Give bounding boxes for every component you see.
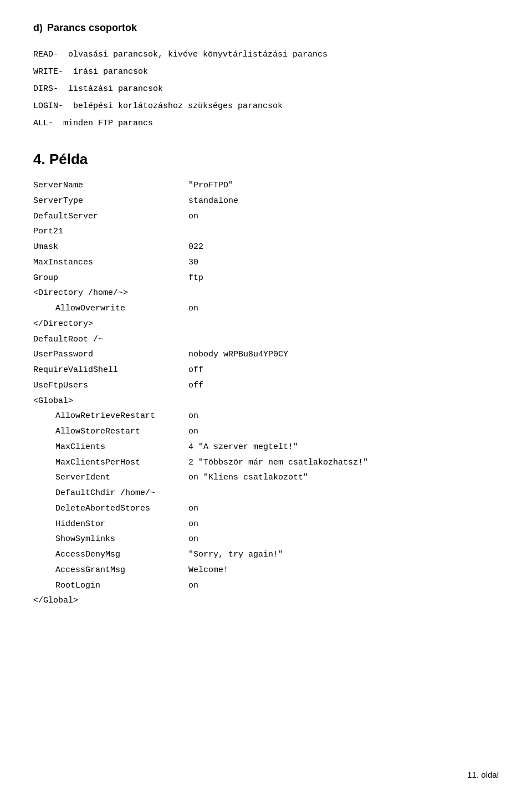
- cmd-all-desc: minden FTP parancs: [63, 119, 153, 128]
- cmd-write-desc: írási parancsok: [73, 67, 148, 76]
- config-line-directory-close: </Directory>: [33, 317, 499, 332]
- config-key-showsymlinks: ShowSymlinks: [33, 532, 188, 547]
- config-line-defaultserver: DefaultServer on: [33, 209, 499, 224]
- config-key-deleteabortedstores: DeleteAbortedStores: [33, 501, 188, 517]
- config-line-allowretrieverestart: AllowRetrieveRestart on: [33, 409, 499, 424]
- cmd-all-keyword: ALL-: [33, 119, 53, 128]
- config-line-serverident: ServerIdent on "Kliens csatlakozott": [33, 470, 499, 486]
- cmd-dirs-keyword: DIRS-: [33, 84, 58, 94]
- config-key-allowstorerestart: AllowStoreRestart: [33, 424, 188, 440]
- config-line-maxclients: MaxClients 4 "A szerver megtelt!": [33, 440, 499, 455]
- config-key-global-close: </Global>: [33, 593, 188, 609]
- config-line-allowoverwrite: AllowOverwrite on: [33, 301, 499, 317]
- config-line-allowstorerestart: AllowStoreRestart on: [33, 424, 499, 440]
- config-line-accessdenymsg: AccessDenyMsg "Sorry, try again!": [33, 547, 499, 563]
- config-line-global-open: <Global>: [33, 394, 499, 409]
- config-value-useftpusers: off: [188, 378, 203, 394]
- config-key-requirevalidshell: RequireValidShell: [33, 363, 188, 378]
- config-line-accessgrantmsg: AccessGrantMsg Welcome!: [33, 563, 499, 578]
- config-key-directory-close: </Directory>: [33, 317, 188, 332]
- cmd-dirs-desc: listázási parancsok: [68, 84, 163, 94]
- config-value-rootlogin: on: [188, 578, 198, 594]
- config-value-maxinstances: 30: [188, 255, 198, 271]
- config-line-rootlogin: RootLogin on: [33, 578, 499, 594]
- config-key-accessgrantmsg: AccessGrantMsg: [33, 563, 188, 578]
- config-value-requirevalidshell: off: [188, 363, 203, 378]
- config-key-defaultserver: DefaultServer: [33, 209, 188, 224]
- page-number: 11. oldal: [467, 770, 499, 779]
- config-line-maxinstances: MaxInstances 30: [33, 255, 499, 271]
- config-value-serverident: on "Kliens csatlakozott": [188, 470, 308, 486]
- command-write: WRITE- írási parancsok: [33, 64, 499, 79]
- cmd-login-desc: belépési korlátozáshoz szükséges parancs…: [73, 101, 283, 111]
- config-line-group: Group ftp: [33, 271, 499, 286]
- command-login: LOGIN- belépési korlátozáshoz szükséges …: [33, 99, 499, 114]
- cmd-login-keyword: LOGIN-: [33, 101, 63, 111]
- config-key-servername: ServerName: [33, 178, 188, 193]
- config-key-allowretrieverestart: AllowRetrieveRestart: [33, 409, 188, 424]
- config-line-directory-open: <Directory /home/~>: [33, 285, 499, 301]
- command-read: READ- olvasási parancsok, kivéve könyvtá…: [33, 47, 499, 62]
- config-line-global-close: </Global>: [33, 593, 499, 609]
- config-key-useftpusers: UseFtpUsers: [33, 378, 188, 394]
- config-line-deleteabortedstores: DeleteAbortedStores on: [33, 501, 499, 517]
- section-d-header: d) Parancs csoportok: [33, 22, 499, 34]
- cmd-read-keyword: READ-: [33, 50, 58, 59]
- config-key-serverident: ServerIdent: [33, 470, 188, 486]
- config-line-requirevalidshell: RequireValidShell off: [33, 363, 499, 378]
- config-value-allowretrieverestart: on: [188, 409, 198, 424]
- config-key-rootlogin: RootLogin: [33, 578, 188, 594]
- config-value-accessgrantmsg: Welcome!: [188, 563, 228, 578]
- config-key-global-open: <Global>: [33, 394, 188, 409]
- example-section-title: Példa: [49, 151, 88, 167]
- config-line-hiddenstor: HiddenStor on: [33, 517, 499, 532]
- config-line-showsymlinks: ShowSymlinks on: [33, 532, 499, 547]
- config-key-servertype: ServerType: [33, 193, 188, 209]
- config-value-showsymlinks: on: [188, 532, 198, 547]
- section-d-title: Parancs csoportok: [47, 22, 137, 34]
- command-all: ALL- minden FTP parancs: [33, 116, 499, 131]
- command-dirs: DIRS- listázási parancsok: [33, 81, 499, 96]
- config-value-maxclients: 4 "A szerver megtelt!": [188, 440, 298, 455]
- config-key-group: Group: [33, 271, 188, 286]
- config-value-maxclientsperhost: 2 "Többször már nem csatlakozhatsz!": [188, 455, 368, 471]
- config-value-group: ftp: [188, 271, 203, 286]
- config-key-umask: Umask: [33, 239, 188, 255]
- config-value-accessdenymsg: "Sorry, try again!": [188, 547, 283, 563]
- config-value-deleteabortedstores: on: [188, 501, 198, 517]
- config-line-defaultroot: DefaultRoot /~: [33, 332, 499, 348]
- config-value-defaultserver: on: [188, 209, 198, 224]
- config-key-maxclients: MaxClients: [33, 440, 188, 455]
- config-value-umask: 022: [188, 239, 203, 255]
- config-line-servername: ServerName "ProFTPD": [33, 178, 499, 193]
- config-key-userpassword: UserPassword: [33, 347, 188, 363]
- command-list: READ- olvasási parancsok, kivéve könyvtá…: [33, 47, 499, 131]
- config-line-port21: Port21: [33, 224, 499, 239]
- config-line-defaultchdir: DefaultChdir /home/~: [33, 486, 499, 501]
- config-key-maxinstances: MaxInstances: [33, 255, 188, 271]
- config-key-allowoverwrite: AllowOverwrite: [33, 301, 188, 317]
- config-line-useftpusers: UseFtpUsers off: [33, 378, 499, 394]
- cmd-write-keyword: WRITE-: [33, 67, 63, 76]
- config-key-port21: Port21: [33, 224, 188, 239]
- config-key-directory-open: <Directory /home/~>: [33, 285, 188, 301]
- config-line-maxclientsperhost: MaxClientsPerHost 2 "Többször már nem cs…: [33, 455, 499, 471]
- config-key-defaultchdir: DefaultChdir /home/~: [33, 486, 188, 501]
- config-key-accessdenymsg: AccessDenyMsg: [33, 547, 188, 563]
- config-value-servertype: standalone: [188, 193, 238, 209]
- config-line-userpassword: UserPassword nobody wRPBu8u4YP0CY: [33, 347, 499, 363]
- config-key-maxclientsperhost: MaxClientsPerHost: [33, 455, 188, 471]
- config-key-hiddenstor: HiddenStor: [33, 517, 188, 532]
- config-value-userpassword: nobody wRPBu8u4YP0CY: [188, 347, 288, 363]
- cmd-read-desc: olvasási parancsok, kivéve könyvtárlistá…: [68, 50, 328, 59]
- config-line-umask: Umask 022: [33, 239, 499, 255]
- config-block: ServerName "ProFTPD" ServerType standalo…: [33, 178, 499, 609]
- example-section-number: 4.: [33, 151, 49, 167]
- config-key-defaultroot: DefaultRoot /~: [33, 332, 188, 348]
- config-value-allowstorerestart: on: [188, 424, 198, 440]
- section-d-label: d): [33, 22, 43, 34]
- config-value-servername: "ProFTPD": [188, 178, 233, 193]
- config-value-allowoverwrite: on: [188, 301, 198, 317]
- example-section-header: 4. Példa: [33, 151, 499, 168]
- config-line-servertype: ServerType standalone: [33, 193, 499, 209]
